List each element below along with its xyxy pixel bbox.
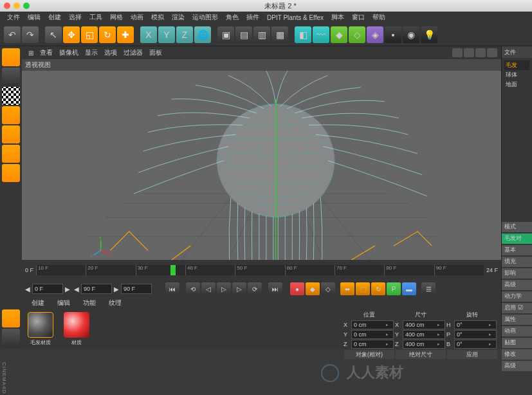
key-pla-button[interactable]: ▬: [402, 282, 416, 295]
object-sphere[interactable]: 球体: [504, 70, 529, 80]
mat-tab-function[interactable]: 功能: [77, 297, 102, 309]
range-end-field[interactable]: 90 F: [121, 284, 152, 294]
zoom-window-button[interactable]: [23, 3, 30, 9]
pos-y-field[interactable]: 0 cm▸: [351, 330, 394, 339]
scale-tool[interactable]: ◱: [81, 26, 98, 43]
render-view[interactable]: ▣: [217, 26, 234, 43]
rot-b-field[interactable]: 0°▸: [454, 340, 497, 349]
vp-menu-options[interactable]: 选项: [101, 48, 120, 57]
add-camera[interactable]: ◉: [403, 26, 419, 43]
x-axis-lock[interactable]: X: [140, 26, 157, 43]
attr-tab-fill[interactable]: 填充: [502, 257, 532, 267]
range-start-field[interactable]: 0 F: [32, 284, 63, 294]
texture-mode-button[interactable]: [2, 87, 20, 105]
key-pos-button[interactable]: ⬌: [340, 282, 354, 295]
make-editable-button[interactable]: [2, 48, 20, 66]
menu-animate[interactable]: 动画: [127, 13, 147, 22]
vp-nav-icon-3[interactable]: [475, 48, 486, 57]
size-y-field[interactable]: 400 cm▸: [403, 330, 445, 339]
add-spline[interactable]: 〰: [313, 26, 329, 43]
last-tool[interactable]: ✚: [117, 26, 134, 43]
current-frame-field[interactable]: 90 F: [81, 284, 112, 294]
play-options-button[interactable]: ☰: [421, 282, 436, 295]
redo-button[interactable]: ↷: [22, 26, 39, 43]
rot-h-field[interactable]: 0°▸: [454, 320, 497, 329]
vp-menu-camera[interactable]: 摄像机: [56, 48, 82, 57]
rot-p-field[interactable]: 0°▸: [454, 330, 497, 339]
pos-z-field[interactable]: 0 cm▸: [351, 340, 394, 349]
coord-apply-button[interactable]: 应用: [447, 350, 497, 359]
render-settings[interactable]: ▤: [235, 26, 252, 43]
timeline-ruler[interactable]: 10 F 20 F 30 F 40 F 50 F 60 F 70 F 80 F …: [36, 265, 484, 275]
vp-home-icon[interactable]: ⊞: [25, 50, 37, 57]
edge-mode-button[interactable]: [2, 145, 20, 163]
menu-create[interactable]: 创建: [44, 13, 65, 22]
object-floor[interactable]: 地面: [504, 80, 529, 89]
add-environment[interactable]: ▪: [385, 26, 401, 43]
menu-render[interactable]: 渲染: [168, 13, 188, 22]
y-axis-lock[interactable]: Y: [158, 26, 175, 43]
rotate-tool[interactable]: ↻: [99, 26, 116, 43]
mat-tab-texture[interactable]: 纹理: [102, 297, 128, 309]
object-hair[interactable]: 毛发: [504, 60, 529, 70]
attr-tab-props[interactable]: 属性: [502, 315, 532, 325]
vp-nav-icon-1[interactable]: [452, 48, 463, 57]
mat-tab-create[interactable]: 创建: [25, 297, 51, 309]
keyframe-sel-button[interactable]: ◇: [321, 282, 335, 295]
menu-mograph[interactable]: 运动图形: [188, 13, 222, 22]
goto-start-button[interactable]: ⏮: [165, 282, 179, 295]
viewport-canvas[interactable]: x y z: [22, 71, 501, 260]
menu-file[interactable]: 文件: [3, 13, 24, 22]
menu-window[interactable]: 窗口: [348, 13, 369, 22]
render-picture[interactable]: ▥: [253, 26, 270, 43]
coord-system[interactable]: 🌐: [194, 26, 211, 43]
vp-menu-panel[interactable]: 面板: [146, 48, 165, 57]
polygon-mode-button[interactable]: [2, 164, 20, 182]
size-x-field[interactable]: 400 cm▸: [403, 320, 445, 329]
material-default[interactable]: 材质: [61, 312, 92, 345]
key-param-button[interactable]: P: [387, 282, 401, 295]
playhead[interactable]: [170, 265, 176, 275]
move-tool[interactable]: ✥: [63, 26, 80, 43]
undo-button[interactable]: ↶: [4, 26, 21, 43]
vp-menu-view[interactable]: 查看: [37, 48, 56, 57]
pos-x-field[interactable]: 0 cm▸: [351, 320, 394, 329]
minimize-window-button[interactable]: [14, 3, 20, 9]
menu-tools[interactable]: 工具: [86, 13, 106, 22]
key-rot-button[interactable]: ↻: [371, 282, 385, 295]
attr-tab-advanced[interactable]: 高级: [502, 280, 532, 290]
vp-menu-display[interactable]: 显示: [82, 48, 101, 57]
size-z-field[interactable]: 400 cm▸: [403, 340, 445, 349]
render-queue[interactable]: ▦: [271, 26, 288, 43]
menu-script[interactable]: 脚本: [327, 13, 348, 22]
menu-plugins[interactable]: 插件: [243, 13, 263, 22]
add-generator[interactable]: ◆: [331, 26, 347, 43]
menu-edit[interactable]: 编辑: [24, 13, 44, 22]
add-deformer[interactable]: ◈: [367, 26, 383, 43]
menu-help[interactable]: 帮助: [369, 13, 389, 22]
vp-menu-filter[interactable]: 过滤器: [120, 48, 146, 57]
next-frame-button[interactable]: ▷: [232, 282, 246, 295]
menu-dpit[interactable]: DPIT Plants & Effex: [263, 14, 327, 21]
workplane-button[interactable]: [2, 106, 20, 124]
attr-tab-anim[interactable]: 动画: [502, 326, 532, 336]
add-light[interactable]: 💡: [421, 26, 437, 43]
menu-simulate[interactable]: 模拟: [147, 13, 168, 22]
prev-frame-button[interactable]: ◁: [201, 282, 216, 295]
attr-tab-texture[interactable]: 贴图: [502, 338, 532, 348]
snap-button[interactable]: [2, 309, 20, 327]
snap-settings-button[interactable]: [2, 329, 20, 347]
attr-tab-basic[interactable]: 基本: [502, 245, 532, 255]
menu-character[interactable]: 角色: [222, 13, 243, 22]
goto-end-button[interactable]: ⏭: [268, 282, 282, 295]
mat-tab-edit[interactable]: 编辑: [51, 297, 77, 309]
vp-nav-icon-2[interactable]: [464, 48, 474, 57]
menu-select[interactable]: 选择: [65, 13, 86, 22]
record-button[interactable]: ●: [290, 282, 304, 295]
material-hair[interactable]: 毛发材质: [25, 312, 56, 345]
next-key-button[interactable]: ⟳: [248, 282, 262, 295]
close-window-button[interactable]: [4, 3, 10, 9]
model-mode-button[interactable]: [2, 68, 20, 86]
play-button[interactable]: ▷: [217, 282, 231, 295]
attr-tab-influence[interactable]: 影响: [502, 268, 532, 279]
